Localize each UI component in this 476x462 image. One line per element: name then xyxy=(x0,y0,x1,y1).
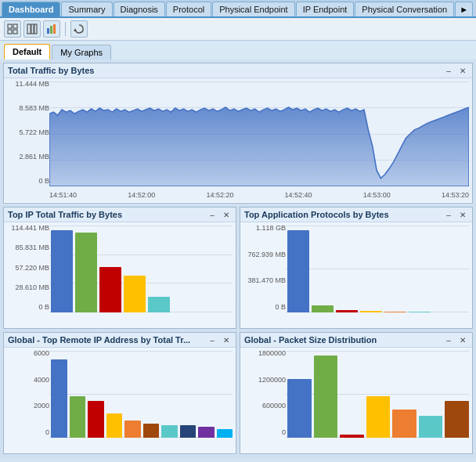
y-label: 0 xyxy=(5,428,49,436)
bar-blue xyxy=(51,230,73,312)
total-traffic-minimize[interactable]: – xyxy=(443,65,454,76)
total-traffic-plot xyxy=(49,81,469,186)
x-label-2: 14:52:20 xyxy=(206,191,233,199)
y-label: 0 B xyxy=(5,303,49,311)
y-label: 114.441 MB xyxy=(5,224,49,232)
top-remote-body: 0 2000 4000 6000 xyxy=(4,348,236,453)
toolbar-separator xyxy=(65,22,66,36)
grid-view-button[interactable] xyxy=(4,20,21,38)
middle-charts-row: Top IP Total Traffic by Bytes – ✕ 0 B 28… xyxy=(3,207,473,329)
bar-blue xyxy=(287,230,309,312)
y-label: 0 B xyxy=(242,303,286,311)
top-ip-close[interactable]: ✕ xyxy=(221,209,232,220)
y-label: 6000 xyxy=(5,349,49,357)
top-ip-minimize[interactable]: – xyxy=(207,209,218,220)
graph-tab-default[interactable]: Default xyxy=(4,44,50,60)
packet-size-panel: Global - Packet Size Distribution – ✕ 0 … xyxy=(240,332,473,454)
y-label: 28.610 MB xyxy=(5,283,49,291)
top-remote-panel: Global - Top Remote IP Address by Total … xyxy=(3,332,236,454)
tab-ip-endpoint[interactable]: IP Endpoint xyxy=(296,2,355,16)
tab-diagnosis[interactable]: Diagnosis xyxy=(114,2,165,16)
graph-tab-my-graphs[interactable]: My Graphs xyxy=(52,45,111,60)
top-remote-y-axis: 0 2000 4000 6000 xyxy=(4,348,49,438)
svg-rect-5 xyxy=(31,24,34,34)
total-traffic-y-axis: 0 B 2.861 MB 5.722 MB 8.583 MB 11.444 MB xyxy=(4,78,49,186)
y-label: 85.831 MB xyxy=(5,244,49,251)
top-app-bars xyxy=(287,226,469,312)
y-label: 762.939 MB xyxy=(242,251,286,258)
refresh-button[interactable] xyxy=(70,20,88,38)
x-label-3: 14:52:40 xyxy=(285,191,312,199)
svg-rect-4 xyxy=(27,24,31,34)
graph-tabs-bar: Default My Graphs xyxy=(0,41,476,60)
y-label: 1200000 xyxy=(242,376,286,384)
top-remote-close[interactable]: ✕ xyxy=(221,334,232,345)
packet-size-close[interactable]: ✕ xyxy=(457,334,468,345)
chart-view-button[interactable] xyxy=(43,20,60,38)
top-app-header: Top Application Protocols by Bytes – ✕ xyxy=(240,208,472,222)
top-ip-header: Top IP Total Traffic by Bytes – ✕ xyxy=(4,208,236,222)
y-label: 4000 xyxy=(5,376,49,384)
top-app-title: Top Application Protocols by Bytes xyxy=(244,210,389,219)
svg-rect-6 xyxy=(34,24,37,34)
bar-green xyxy=(75,233,97,312)
top-app-controls: – ✕ xyxy=(443,209,468,220)
bar-cyan xyxy=(148,297,170,312)
bar-9 xyxy=(198,427,215,438)
svg-rect-2 xyxy=(8,30,12,34)
top-ip-panel: Top IP Total Traffic by Bytes – ✕ 0 B 28… xyxy=(3,207,236,329)
content-area: Total Traffic by Bytes – ✕ 0 B 2.861 MB … xyxy=(0,60,476,457)
packet-size-y-axis: 0 600000 1200000 1800000 xyxy=(240,348,286,438)
packet-size-bars xyxy=(287,351,469,438)
svg-rect-9 xyxy=(53,24,56,34)
bar-2 xyxy=(314,356,338,438)
svg-rect-7 xyxy=(47,28,49,34)
svg-rect-1 xyxy=(13,24,17,28)
y-label: 600000 xyxy=(242,402,286,410)
total-traffic-panel: Total Traffic by Bytes – ✕ 0 B 2.861 MB … xyxy=(3,63,473,204)
total-traffic-header: Total Traffic by Bytes – ✕ xyxy=(4,63,472,78)
x-label-4: 14:53:00 xyxy=(363,191,391,199)
tab-protocol[interactable]: Protocol xyxy=(166,2,211,16)
top-remote-minimize[interactable]: – xyxy=(207,334,218,345)
tab-dashboard[interactable]: Dashboard xyxy=(2,2,60,16)
y-label-2: 5.722 MB xyxy=(5,128,49,136)
top-remote-header: Global - Top Remote IP Address by Total … xyxy=(4,333,236,348)
total-traffic-title: Total Traffic by Bytes xyxy=(8,66,94,75)
packet-size-controls: – ✕ xyxy=(443,334,468,345)
y-label-1: 2.861 MB xyxy=(5,153,49,161)
svg-rect-8 xyxy=(50,26,52,34)
tab-physical-conversation[interactable]: Physical Conversation xyxy=(355,2,454,16)
top-app-close[interactable]: ✕ xyxy=(457,209,468,220)
tab-summary[interactable]: Summary xyxy=(61,2,112,16)
columns-view-button[interactable] xyxy=(23,20,41,38)
bar-8 xyxy=(180,425,197,438)
y-label: 1800000 xyxy=(242,349,286,357)
bar-4 xyxy=(366,396,391,438)
svg-marker-10 xyxy=(74,28,77,31)
top-app-minimize[interactable]: – xyxy=(443,209,454,220)
y-label: 0 xyxy=(242,428,286,436)
bar-3 xyxy=(88,401,104,438)
packet-size-header: Global - Packet Size Distribution – ✕ xyxy=(240,333,472,348)
tab-bar: Dashboard Summary Diagnosis Protocol Phy… xyxy=(0,0,476,18)
bar-2 xyxy=(70,396,86,438)
bar-3 xyxy=(340,435,364,438)
bar-red xyxy=(336,310,358,312)
tab-overflow-btn[interactable]: ► xyxy=(455,2,473,16)
top-ip-y-axis: 0 B 28.610 MB 57.220 MB 85.831 MB 114.44… xyxy=(4,222,49,312)
total-traffic-close[interactable]: ✕ xyxy=(457,65,468,76)
bar-orange xyxy=(384,312,406,312)
bar-green xyxy=(312,305,334,312)
top-remote-title: Global - Top Remote IP Address by Total … xyxy=(8,335,190,345)
x-label-1: 14:52:00 xyxy=(128,191,155,199)
packet-size-minimize[interactable]: – xyxy=(443,334,454,345)
x-label-5: 14:53:20 xyxy=(442,191,469,199)
y-label-4: 11.444 MB xyxy=(5,80,49,88)
bar-yellow xyxy=(124,276,146,312)
top-ip-title: Top IP Total Traffic by Bytes xyxy=(8,210,122,219)
top-ip-body: 0 B 28.610 MB 57.220 MB 85.831 MB 114.44… xyxy=(4,222,236,328)
tab-physical-endpoint[interactable]: Physical Endpoint xyxy=(212,2,294,16)
bottom-charts-row: Global - Top Remote IP Address by Total … xyxy=(3,332,473,454)
top-app-panel: Top Application Protocols by Bytes – ✕ 0… xyxy=(240,207,473,329)
